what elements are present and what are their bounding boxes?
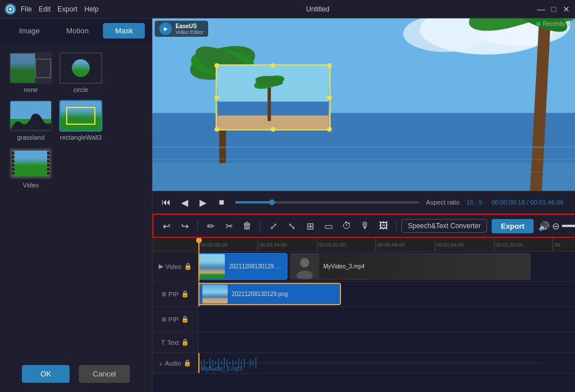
- mic-button[interactable]: 🎙: [357, 218, 373, 234]
- menu-file[interactable]: File: [21, 5, 32, 13]
- mask-item-rectangle[interactable]: rectangleWall3: [59, 100, 102, 141]
- zoom-minus-button[interactable]: ⊖: [552, 221, 559, 232]
- zoom-slider[interactable]: [562, 225, 575, 227]
- minimize-button[interactable]: —: [537, 5, 545, 13]
- timeline-cursor-line: [198, 238, 200, 252]
- track-text-label: Text: [167, 339, 179, 346]
- menu-edit[interactable]: Edit: [39, 5, 51, 13]
- video-preview: [152, 18, 575, 191]
- ruler-mark-3: 00:00:48:00: [375, 238, 435, 252]
- selection-box[interactable]: [216, 64, 331, 130]
- clip-video-1[interactable]: 20211208130129.png: [198, 253, 288, 280]
- play-button[interactable]: ▶: [196, 195, 210, 209]
- close-button[interactable]: ✕: [562, 5, 570, 13]
- mask-grid: none circle grassland: [0, 43, 152, 356]
- track-text-icon: T: [161, 339, 165, 346]
- track-text: T Text 🔒: [152, 332, 575, 353]
- delete-button[interactable]: 🗑: [239, 218, 255, 234]
- handle-rm[interactable]: [327, 95, 332, 100]
- skip-back-button[interactable]: ⏮: [159, 195, 173, 209]
- tab-motion[interactable]: Motion: [54, 23, 101, 39]
- timeline: 00:00:00.00 00:00:16:00 00:00:32:00 00:0…: [152, 238, 575, 392]
- ruler-marks: 00:00:00.00 00:00:16:00 00:00:32:00 00:0…: [198, 238, 575, 252]
- mask-item-none[interactable]: none: [9, 52, 52, 93]
- mask-item-grassland[interactable]: grassland: [9, 100, 52, 141]
- toolbar-divider-1: [197, 220, 198, 232]
- track-audio-lock[interactable]: 🔒: [183, 359, 191, 367]
- aspect-value: 16 : 9: [466, 199, 482, 206]
- dialog-buttons: OK Cancel: [0, 356, 152, 392]
- saved-dot: [536, 22, 540, 26]
- play-back-button[interactable]: ◀: [178, 195, 191, 209]
- progress-bar[interactable]: [235, 201, 419, 203]
- track-text-lock[interactable]: 🔒: [181, 339, 189, 346]
- speech-text-button[interactable]: Speech&Text Converter: [401, 219, 487, 233]
- shrink-button[interactable]: ⤡: [283, 218, 300, 234]
- ok-button[interactable]: OK: [22, 365, 70, 383]
- track-audio: ♪ Audio 🔒: [152, 353, 575, 374]
- toolbar-divider-2: [260, 220, 260, 232]
- audio-clip[interactable]: MyAudio_3.mp3: [198, 353, 543, 373]
- expand-button[interactable]: ⤢: [265, 218, 281, 234]
- playback-controls: ⏮ ◀ ▶ ■ Aspect ratio 16 : 9 00:00:00.18 …: [152, 191, 575, 214]
- track-video-content: 20211208130129.png MyVideo: [198, 252, 575, 281]
- image-button[interactable]: 🖼: [375, 218, 392, 234]
- svg-rect-3: [152, 163, 575, 191]
- cut-button[interactable]: ✂: [221, 218, 237, 234]
- right-panel: ▶ EaseUS Video Editor Recently saved 18:…: [152, 18, 575, 392]
- easeus-logo: ▶: [159, 22, 172, 35]
- clip-pip1[interactable]: 20211208130129.png: [198, 283, 341, 305]
- track-audio-content: MyAudio_3.mp3: [198, 353, 575, 373]
- volume-button[interactable]: 🔊: [573, 195, 575, 209]
- mask-item-circle[interactable]: circle: [59, 52, 102, 93]
- undo-button[interactable]: ↩: [158, 218, 174, 234]
- clip-thumb-2: [290, 253, 319, 279]
- preview-area: ▶ EaseUS Video Editor Recently saved 18:…: [152, 18, 575, 191]
- screen-button[interactable]: ▭: [320, 218, 336, 234]
- cancel-button[interactable]: Cancel: [79, 365, 129, 383]
- track-pip2-icon: ⊞: [162, 316, 166, 322]
- ruler-mark-0: 00:00:00.00: [198, 238, 258, 252]
- tab-bar: Image Motion Mask: [0, 18, 152, 43]
- preview-header: ▶ EaseUS Video Editor: [155, 21, 208, 37]
- maximize-button[interactable]: □: [550, 5, 558, 13]
- pip1-track-cursor: [198, 282, 200, 306]
- redo-button[interactable]: ↪: [177, 218, 193, 234]
- zoom-out-icon[interactable]: 🔊: [538, 221, 550, 232]
- track-pip1: ⊞ PIP 🔒 20211208130129.png: [152, 282, 575, 307]
- mask-item-video[interactable]: Video: [9, 148, 52, 189]
- track-pip2-lock[interactable]: 🔒: [181, 316, 189, 323]
- track-video-lock[interactable]: 🔒: [184, 263, 192, 270]
- grid-button[interactable]: ⊞: [302, 218, 318, 234]
- pencil-button[interactable]: ✏: [202, 218, 218, 234]
- track-text-content: [198, 332, 575, 352]
- export-button[interactable]: Export: [492, 219, 534, 233]
- track-label-audio: ♪ Audio 🔒: [152, 353, 198, 373]
- mask-thumb-none: [9, 52, 52, 84]
- clip-video-2[interactable]: MyVideo_3.mp4: [289, 253, 531, 280]
- progress-fill: [235, 201, 272, 203]
- tracks-container: ▶ Video 🔒 20211208130129.png: [152, 252, 575, 392]
- ruler-mark-6: 00: [553, 238, 575, 252]
- ruler-mark-2: 00:00:32:00: [317, 238, 376, 252]
- track-pip1-content: 20211208130129.png: [198, 282, 575, 306]
- track-pip1-lock[interactable]: 🔒: [181, 290, 189, 298]
- handle-lm[interactable]: [214, 95, 219, 100]
- app-icon: [5, 3, 16, 15]
- menu-items: File Edit Export Help: [21, 5, 98, 13]
- track-video-label: Video: [166, 263, 182, 270]
- mask-thumb-grassland: [9, 100, 52, 132]
- track-video-icon: ▶: [159, 263, 163, 270]
- timer-button[interactable]: ⏱: [339, 218, 355, 234]
- tab-mask[interactable]: Mask: [103, 23, 145, 39]
- toolbar-divider-3: [396, 220, 397, 232]
- menu-help[interactable]: Help: [85, 5, 99, 13]
- main-area: Image Motion Mask none circle: [0, 18, 575, 392]
- menu-export[interactable]: Export: [57, 5, 78, 13]
- mask-label-none: none: [24, 86, 37, 93]
- tab-image[interactable]: Image: [7, 23, 52, 39]
- zoom-fill: [562, 225, 575, 227]
- stop-button[interactable]: ■: [214, 195, 228, 209]
- video-track-cursor: [198, 252, 200, 281]
- selected-content: [217, 66, 329, 129]
